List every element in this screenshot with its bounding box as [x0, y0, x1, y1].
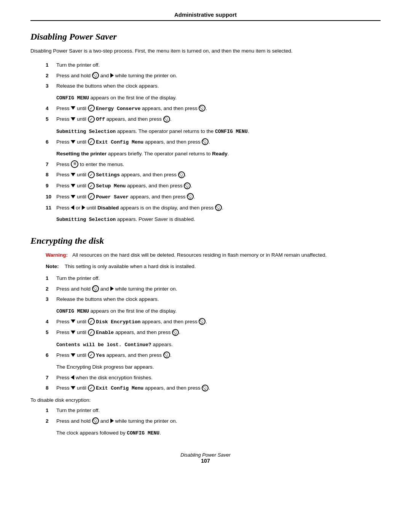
dis-step2-subnote: The clock appears followed by CONFIG MEN…: [56, 429, 381, 437]
step-content-7: Press ☰ to enter the menus.: [56, 160, 381, 169]
select-icon-6: ⃠: [202, 138, 209, 145]
s2-step-content-8: Press until ✓ Exit Config Menu appears, …: [56, 384, 381, 393]
step-1: 1 Turn the printer off.: [46, 61, 381, 69]
right-arrow-icon: [110, 73, 114, 78]
s2-step-content-5: Press until ✓ Enable appears, and then p…: [56, 328, 381, 337]
s2-step-content-7: Press when the disk encryption finishes.: [56, 374, 381, 382]
select-icon-10: ⃠: [187, 193, 194, 200]
step-3: 3 Release the buttons when the clock app…: [46, 82, 381, 90]
step-content-4: Press until ✓ Energy Conserve appears, a…: [56, 104, 381, 113]
step11-subnote: Submitting Selection appears. Power Save…: [56, 216, 381, 224]
check-icon-6: ✓: [88, 138, 95, 145]
s2-step-7: 7 Press when the disk encryption finishe…: [46, 374, 381, 382]
step-num-5: 5: [46, 115, 56, 123]
step-content-2: Press and hold ⃠ and while turning the p…: [56, 72, 381, 80]
s2-step-2: 2 Press and hold ⃠ and while turning the…: [46, 285, 381, 293]
s2-step-content-3: Release the buttons when the clock appea…: [56, 295, 381, 304]
dis-step-2: 2 Press and hold ⃠ and while turning the…: [46, 417, 381, 425]
s2-select-icon-8: ⃠: [202, 385, 209, 391]
disable-intro: To disable disk encryption:: [30, 396, 381, 404]
step-num-8: 8: [46, 171, 56, 179]
s2-step-num-2: 2: [46, 285, 56, 293]
step-num-10: 10: [46, 193, 56, 201]
step-content-11: Press or until Disabled appears is on th…: [56, 204, 381, 212]
down-arrow-icon-8: [71, 173, 75, 176]
step-7: 7 Press ☰ to enter the menus.: [46, 160, 381, 169]
s2-step-num-7: 7: [46, 374, 56, 382]
step-6: 6 Press until ✓ Exit Config Menu appears…: [46, 138, 381, 147]
s2-step5-subnote: Contents will be lost. Continue? appears…: [56, 341, 381, 349]
left-arrow-icon-11: [71, 205, 74, 210]
section-disabling-power-saver: Disabling Power Saver Disabling Power Sa…: [30, 32, 381, 224]
dis-circle-icon: ⃠: [92, 417, 99, 424]
s2-step-content-4: Press until ✓ Disk Encryption appears, a…: [56, 318, 381, 326]
section2-steps-cont2: 6 Press until ✓ Yes appears, and then pr…: [46, 351, 381, 360]
down-arrow-icon-6: [71, 140, 75, 144]
step5-subnote: Submitting Selection appears. The operat…: [56, 128, 381, 136]
check-icon-10: ✓: [88, 193, 95, 200]
header-title: Administrative support: [174, 11, 237, 18]
s2-step6-subnote: The Encrypting Disk progress bar appears…: [56, 363, 381, 371]
dis-step-num-2: 2: [46, 417, 56, 425]
s2-step-8: 8 Press until ✓ Exit Config Menu appears…: [46, 384, 381, 393]
s2-step-5: 5 Press until ✓ Enable appears, and then…: [46, 328, 381, 337]
warning-text: All resources on the hard disk will be d…: [72, 251, 327, 259]
step-9: 9 Press until ✓ Setup Menu appears, and …: [46, 182, 381, 190]
s2-step-6: 6 Press until ✓ Yes appears, and then pr…: [46, 351, 381, 360]
s2-select-icon-4: ⃠: [199, 318, 206, 325]
step-num-1: 1: [46, 61, 56, 69]
step-num-3: 3: [46, 82, 56, 90]
note-text: This setting is only available when a ha…: [65, 263, 196, 270]
step-2: 2 Press and hold ⃠ and while turning the…: [46, 72, 381, 80]
section2-steps: 1 Turn the printer off. 2 Press and hold…: [46, 274, 381, 304]
step-content-6: Press until ✓ Exit Config Menu appears, …: [56, 138, 381, 147]
s2-down-icon-4: [71, 320, 75, 323]
check-icon-9: ✓: [88, 182, 95, 189]
s2-step-1: 1 Turn the printer off.: [46, 274, 381, 283]
down-arrow-icon-9: [71, 184, 75, 187]
s2-step-num-5: 5: [46, 328, 56, 337]
select-icon-9: ⃠: [184, 182, 191, 189]
step-num-2: 2: [46, 72, 56, 80]
warning-box: Warning: All resources on the hard disk …: [46, 251, 381, 259]
down-arrow-icon-4: [71, 106, 75, 110]
s2-check-icon-6: ✓: [88, 351, 95, 358]
section2-title: Encrypting the disk: [30, 236, 381, 246]
page-footer: Disabling Power Saver 107: [30, 452, 381, 464]
select-icon-11: ⃠: [215, 204, 222, 211]
s2-check-icon-5: ✓: [88, 329, 95, 336]
step-10: 10 Press until ✓ Power Saver appears, an…: [46, 193, 381, 201]
s2-step-num-8: 8: [46, 384, 56, 392]
step-content-8: Press until ✓ Settings appears, and then…: [56, 171, 381, 179]
down-arrow-icon-10: [71, 195, 75, 198]
step3-subnote: CONFIG MENU appears on the first line of…: [56, 94, 381, 102]
s2-left-icon-7: [71, 375, 74, 380]
step-content-9: Press until ✓ Setup Menu appears, and th…: [56, 182, 381, 190]
step-content-10: Press until ✓ Power Saver appears, and t…: [56, 193, 381, 201]
step-content-3: Release the buttons when the clock appea…: [56, 82, 381, 90]
s2-step3-subnote: CONFIG MENU appears on the first line of…: [56, 307, 381, 315]
step-4: 4 Press until ✓ Energy Conserve appears,…: [46, 104, 381, 113]
check-icon-8: ✓: [88, 171, 95, 178]
section1-steps-cont3: 7 Press ☰ to enter the menus. 8 Press un…: [46, 160, 381, 212]
footer-title: Disabling Power Saver: [30, 452, 381, 458]
s2-step-4: 4 Press until ✓ Disk Encryption appears,…: [46, 318, 381, 326]
right-arrow-icon-11: [82, 205, 85, 210]
section1-title: Disabling Power Saver: [30, 32, 381, 42]
s2-step-num-6: 6: [46, 351, 56, 359]
s2-step-content-6: Press until ✓ Yes appears, and then pres…: [56, 351, 381, 360]
s2-select-icon-6: ⃠: [163, 351, 170, 358]
menu-icon-7: ☰: [71, 160, 78, 168]
step-num-11: 11: [46, 204, 56, 212]
s2-down-icon-8: [71, 386, 75, 390]
select-icon-5: ⃠: [163, 116, 170, 123]
step-num-9: 9: [46, 182, 56, 190]
dis-step-content-2: Press and hold ⃠ and while turning the p…: [56, 417, 381, 425]
step-num-4: 4: [46, 104, 56, 113]
step-8: 8 Press until ✓ Settings appears, and th…: [46, 171, 381, 179]
s2-step-3: 3 Release the buttons when the clock app…: [46, 295, 381, 304]
warning-label: Warning:: [46, 251, 72, 259]
page-header: Administrative support: [30, 11, 381, 21]
dis-step-content-1: Turn the printer off.: [56, 406, 381, 415]
s2-step-content-1: Turn the printer off.: [56, 274, 381, 283]
